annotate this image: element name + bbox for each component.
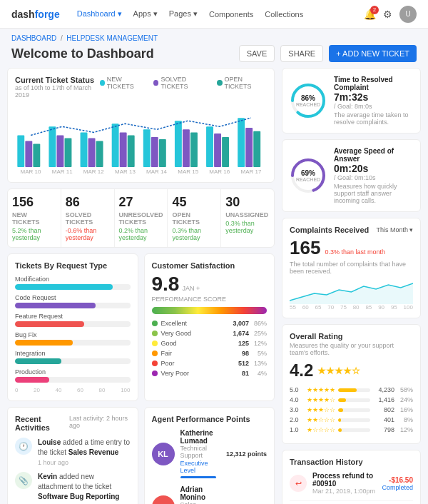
svg-rect-18 bbox=[206, 126, 213, 167]
navbar: dashforge Dashboard ▾ Apps ▾ Pages ▾ Com… bbox=[0, 0, 428, 29]
sat-label: Good bbox=[161, 340, 225, 347]
sat-count: 512 bbox=[224, 360, 249, 367]
star-mini: ★★★★★ bbox=[307, 386, 335, 393]
star-bar-fill bbox=[338, 428, 342, 432]
overall-rating-card: Overall Rating Measures the quality or y… bbox=[282, 324, 421, 444]
star-count: 802 bbox=[373, 406, 394, 413]
svg-rect-16 bbox=[183, 129, 190, 167]
svg-rect-8 bbox=[96, 141, 103, 167]
chart-subtitle: as of 10th to 17th of March 2019 bbox=[15, 84, 100, 99]
h-bar-x-label: 80 bbox=[99, 387, 106, 393]
sat-color bbox=[152, 371, 158, 376]
complaints-filter[interactable]: This Month ▾ bbox=[376, 226, 413, 233]
complaints-value-row: 165 0.3% than last month bbox=[290, 237, 413, 259]
rating-score: 4.2 bbox=[290, 361, 313, 380]
star-row: 3.0 ★★★☆☆ 802 16% bbox=[290, 406, 413, 413]
sat-count: 81 bbox=[224, 370, 249, 377]
x-label-4: MAR 14 bbox=[141, 168, 173, 175]
svg-rect-5 bbox=[64, 138, 71, 168]
score-display: 9.8 JAN + bbox=[152, 273, 268, 296]
nav-dashboard[interactable]: Dashboard ▾ bbox=[77, 9, 122, 19]
share-button[interactable]: SHARE bbox=[280, 45, 323, 62]
chart-title-group: Current Ticket Status as of 10th to 17th… bbox=[15, 76, 100, 99]
notifications-button[interactable]: 🔔2 bbox=[364, 9, 376, 20]
sat-row: Very Poor 81 4% bbox=[152, 370, 268, 377]
logo: dashforge bbox=[11, 9, 60, 20]
nav-pages[interactable]: Pages ▾ bbox=[169, 9, 198, 19]
svg-rect-9 bbox=[112, 124, 119, 167]
h-bar-label: Bug Fix bbox=[15, 331, 131, 338]
tickets-by-type-title: Tickets By Request Type bbox=[15, 261, 131, 270]
act-text: Kevin added new attachment to the ticket… bbox=[38, 472, 131, 502]
complaints-desc: The total number of complaints that have… bbox=[290, 261, 413, 275]
agent-info: Katherine Lumaad Technical Support Execu… bbox=[180, 429, 220, 478]
agent-avatar: KL bbox=[152, 443, 175, 465]
metric-pct: 86% bbox=[296, 94, 320, 102]
nav-components[interactable]: Components bbox=[209, 9, 253, 19]
sat-pct: 13% bbox=[249, 360, 267, 367]
breadcrumb-child[interactable]: HELPDESK MANAGEMENT bbox=[66, 34, 158, 42]
star-val: 1.0 bbox=[290, 426, 304, 433]
svg-rect-20 bbox=[222, 137, 229, 167]
h-bar-item: Integration bbox=[15, 350, 131, 364]
complaints-title: Complaints Received bbox=[290, 226, 369, 234]
h-bar-track bbox=[15, 303, 131, 308]
h-bar-x-label: 100 bbox=[121, 387, 130, 393]
activity-item: 🕐 Louise added a time entry to the ticke… bbox=[15, 438, 131, 466]
stat-change: -0.6% than yesterday bbox=[66, 227, 110, 241]
stat-item: 156 NEW TICKETS 5.2% than yesterday bbox=[8, 189, 61, 247]
sat-pct: 86% bbox=[249, 320, 267, 327]
bottom-two-col: Recent Activities Last activity: 2 hours… bbox=[7, 407, 275, 504]
star-bar-fill bbox=[338, 388, 357, 392]
complaints-card: Complaints Received This Month ▾ 165 0.3… bbox=[282, 218, 421, 318]
h-bar-track bbox=[15, 377, 131, 383]
h-bar-x-labels: 020406080100 bbox=[15, 387, 131, 393]
metric-desc: Measures how quickly support staff answe… bbox=[334, 183, 413, 204]
h-bar-x-label: 60 bbox=[77, 387, 83, 393]
save-button[interactable]: SAVE bbox=[239, 45, 275, 62]
activity-content: Louise added a time entry to the ticket … bbox=[38, 438, 131, 466]
sat-row: Fair 98 5% bbox=[152, 350, 268, 357]
star-mini: ★★★☆☆ bbox=[307, 406, 335, 413]
h-bar-fill bbox=[15, 358, 61, 364]
two-col-section: Tickets By Request Type Modification Cod… bbox=[7, 253, 275, 407]
stat-label: NEW TICKETS bbox=[12, 211, 56, 226]
big-score: 9.8 bbox=[152, 273, 180, 296]
act-timestamp: 1 hour ago bbox=[38, 459, 131, 466]
nav-collections[interactable]: Collections bbox=[265, 9, 303, 19]
sat-count: 3,007 bbox=[224, 320, 249, 327]
sat-row: Poor 512 13% bbox=[152, 360, 268, 367]
h-bar-x-label: 0 bbox=[15, 387, 18, 393]
nav-apps[interactable]: Apps ▾ bbox=[133, 9, 158, 19]
h-bar-x-label: 20 bbox=[34, 387, 40, 393]
metric-card: 69% REACHED Average Speed of Answer 0m:2… bbox=[282, 139, 421, 212]
star-pct: 16% bbox=[397, 406, 413, 413]
agent-name: Adrian Monino bbox=[180, 485, 220, 501]
svg-rect-10 bbox=[120, 132, 127, 167]
sat-row: Excellent 3,007 86% bbox=[152, 320, 268, 327]
right-column: 86% REACHED Time to Resolved Complaint 7… bbox=[282, 68, 421, 504]
h-bar-fill bbox=[15, 340, 73, 346]
sat-label: Excellent bbox=[161, 320, 225, 327]
avatar[interactable]: U bbox=[399, 6, 417, 23]
agent-level-bar bbox=[180, 476, 217, 478]
metric-cards: 86% REACHED Time to Resolved Complaint 7… bbox=[282, 68, 421, 212]
rating-stars: ★★★★☆ bbox=[317, 366, 360, 376]
settings-button[interactable]: ⚙ bbox=[383, 9, 392, 20]
stat-item: 30 UNASSIGNED 0.3% than yesterday bbox=[221, 189, 274, 247]
stat-change: 0.3% than yesterday bbox=[225, 220, 270, 234]
transaction-amount: -$16.50 bbox=[382, 476, 413, 484]
star-count: 401 bbox=[373, 416, 394, 423]
stat-value: 86 bbox=[66, 195, 110, 210]
activity-content: Kevin added new attachment to the ticket… bbox=[38, 472, 131, 504]
svg-rect-14 bbox=[159, 139, 166, 167]
metric-goal: / Goal: 8m:0s bbox=[334, 103, 413, 110]
metric-info: Average Speed of Answer 0m:20s / Goal: 0… bbox=[334, 147, 413, 204]
page-header: Welcome to Dashboard SAVE SHARE + ADD NE… bbox=[0, 42, 428, 68]
svg-rect-19 bbox=[214, 133, 221, 167]
breadcrumb-root[interactable]: DASHBOARD bbox=[11, 34, 56, 42]
transaction-list: ↩ Process refund to #00910 Mar 21, 2019,… bbox=[290, 472, 413, 504]
add-ticket-button[interactable]: + ADD NEW TICKET bbox=[329, 45, 417, 62]
metric-reached: REACHED bbox=[296, 177, 320, 182]
agent-performance-card: Agent Performance Points KL Katherine Lu… bbox=[144, 407, 275, 504]
